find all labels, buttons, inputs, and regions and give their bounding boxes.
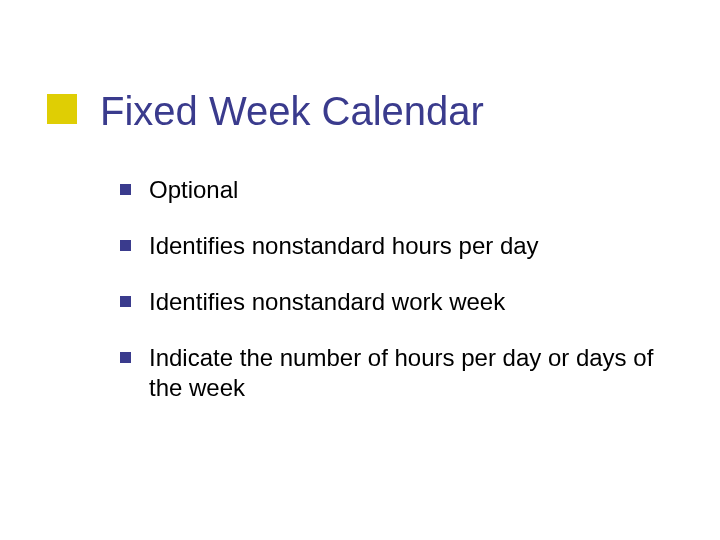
slide-title: Fixed Week Calendar [100,89,680,133]
square-bullet-icon [120,352,131,363]
bullet-text: Identifies nonstandard work week [149,287,660,317]
list-item: Indicate the number of hours per day or … [120,343,660,403]
accent-square-icon [47,94,77,124]
bullet-text: Identifies nonstandard hours per day [149,231,660,261]
bullet-text: Optional [149,175,660,205]
list-item: Identifies nonstandard hours per day [120,231,660,261]
bullet-list: Optional Identifies nonstandard hours pe… [120,175,660,429]
square-bullet-icon [120,184,131,195]
slide: Fixed Week Calendar Optional Identifies … [0,0,720,540]
bullet-text: Indicate the number of hours per day or … [149,343,660,403]
square-bullet-icon [120,296,131,307]
square-bullet-icon [120,240,131,251]
list-item: Optional [120,175,660,205]
list-item: Identifies nonstandard work week [120,287,660,317]
